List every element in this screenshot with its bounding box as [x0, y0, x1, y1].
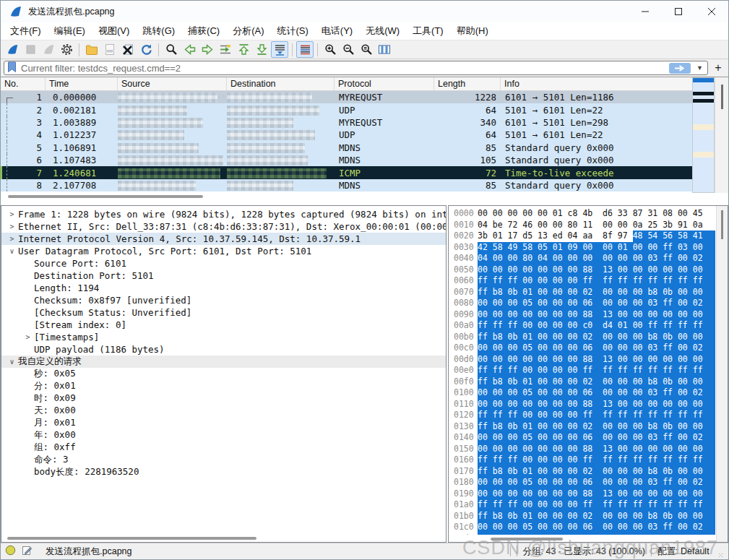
hex-row[interactable]: 0070ff b8 0b 01 00 00 00 02 00 00 00 b8 … [449, 287, 715, 298]
detail-line[interactable]: 组: 0xff [1, 441, 446, 454]
expanded-expander-icon[interactable]: ∨ [6, 358, 18, 366]
menu-item[interactable]: 分析(A) [226, 22, 270, 40]
detail-line[interactable]: ∨User Datagram Protocol, Src Port: 6101,… [1, 245, 446, 257]
packet-list-horizontal-scrollbar[interactable] [8, 195, 203, 198]
menu-item[interactable]: 无线(W) [359, 22, 406, 40]
add-filter-button[interactable]: + [711, 61, 725, 74]
detail-line[interactable]: Destination Port: 5101 [1, 270, 446, 282]
resize-grip[interactable]: ⁙ [718, 551, 724, 559]
menu-item[interactable]: 编辑(E) [48, 22, 92, 40]
menu-item[interactable]: 电话(Y) [315, 22, 359, 40]
start-capture-icon[interactable] [4, 41, 21, 58]
detail-line[interactable]: Checksum: 0x8f97 [unverified] [1, 294, 446, 306]
bytes-vertical-scrollbar[interactable] [716, 206, 728, 542]
go-last-packet-icon[interactable] [253, 41, 270, 58]
detail-line[interactable]: UDP payload (1186 bytes) [1, 343, 446, 356]
close-button[interactable] [695, 1, 728, 22]
open-file-icon[interactable] [83, 41, 100, 58]
packet-row[interactable]: 61.107483MDNS105Standard query 0x000 [1, 154, 693, 166]
hex-row[interactable]: 0130ff b8 0b 01 00 00 00 02 00 00 00 b8 … [449, 421, 715, 433]
hex-row[interactable]: 005000 00 00 00 00 00 00 88 13 00 00 00 … [449, 264, 715, 276]
packet-row[interactable]: 51.106891MDNS85Standard query 0x000 [1, 142, 693, 154]
capture-options-icon[interactable] [58, 41, 75, 58]
go-to-packet-icon[interactable] [217, 41, 234, 58]
detail-line[interactable]: >Frame 1: 1228 bytes on wire (9824 bits)… [1, 208, 446, 220]
go-back-icon[interactable] [181, 41, 198, 58]
hex-row[interactable]: 010000 00 00 05 00 00 00 06 00 00 00 03 … [449, 387, 715, 399]
packet-row[interactable]: 20.002181UDP645101 → 6101 Len=22 [1, 103, 693, 116]
hex-row[interactable]: 019000 00 00 00 00 00 00 88 13 00 00 00 … [449, 488, 715, 500]
collapsed-expander-icon[interactable]: > [6, 235, 18, 243]
close-file-icon[interactable] [119, 41, 137, 58]
column-header-destination[interactable]: Destination [227, 77, 335, 90]
packet-row[interactable]: 41.012237UDP645101 → 6101 Len=22 [1, 129, 693, 141]
hex-row[interactable]: 0170ff b8 0b 01 00 00 00 02 00 00 00 b8 … [449, 466, 715, 478]
column-header-no[interactable]: No. [1, 77, 46, 90]
zoom-out-icon[interactable] [340, 41, 357, 58]
detail-line[interactable]: [Stream index: 0] [1, 319, 446, 331]
hex-row[interactable]: 011000 00 00 00 00 00 00 88 13 00 00 00 … [449, 399, 715, 410]
detail-line[interactable]: >[Timestamps] [1, 331, 446, 343]
colorize-icon[interactable] [296, 41, 314, 58]
details-horizontal-scrollbar[interactable] [7, 537, 256, 540]
hex-row[interactable]: 00e0ff ff ff 00 00 00 00 ff ff ff ff ff … [449, 365, 715, 376]
filter-dropdown-icon[interactable]: ▼ [695, 64, 704, 72]
collapsed-expander-icon[interactable]: > [6, 223, 18, 231]
hex-row[interactable]: 0120ff ff ff 00 00 00 00 ff ff ff ff ff … [449, 410, 715, 421]
packet-row[interactable]: 31.003889MYREQUST3406101 → 5101 Len=298 [1, 116, 693, 129]
intelligent-scrollbar-minimap[interactable] [692, 77, 715, 193]
hex-row[interactable]: 00f0ff b8 0b 01 00 00 00 02 00 00 00 b8 … [449, 376, 715, 388]
filter-bookmark-icon[interactable] [7, 61, 17, 75]
detail-line[interactable]: body长度: 2281963520 [1, 466, 446, 478]
menu-item[interactable]: 工具(T) [406, 22, 450, 40]
zoom-in-icon[interactable] [322, 41, 339, 58]
detail-line[interactable]: 年: 0x00 [1, 429, 446, 441]
hex-row[interactable]: 01a0ff ff ff 00 00 00 00 ff ff ff ff ff … [449, 499, 715, 511]
detail-line[interactable]: 时: 0x09 [1, 392, 446, 405]
packet-row[interactable]: 82.107708MDNS85Standard query 0x000 [1, 179, 693, 191]
column-header-length[interactable]: Length [434, 77, 501, 90]
apply-filter-icon[interactable] [669, 63, 691, 74]
menu-item[interactable]: 跳转(G) [136, 22, 181, 40]
hex-row[interactable]: 008000 00 00 05 00 00 00 06 00 00 00 03 … [449, 298, 715, 309]
packet-row[interactable]: 71.240681ICMP72Time-to-live exceede [1, 166, 693, 178]
detail-line[interactable]: [Checksum Status: Unverified] [1, 306, 446, 319]
hex-row[interactable]: 004004 00 00 80 04 00 00 00 00 00 00 03 … [449, 253, 715, 264]
display-filter-input[interactable]: Current filter: testdcs_request.cmd==2 ▼ [4, 61, 708, 75]
column-header-time[interactable]: Time [46, 77, 118, 90]
reload-file-icon[interactable] [137, 41, 155, 58]
detail-line[interactable]: >Internet Protocol Version 4, Src: 10.37… [1, 233, 446, 245]
stop-capture-icon[interactable] [22, 41, 39, 58]
hex-row[interactable]: 014000 00 00 05 00 00 00 06 00 00 00 03 … [449, 432, 715, 444]
expanded-expander-icon[interactable]: ∨ [6, 247, 18, 255]
detail-line[interactable]: ∨我自定义的请求 [1, 356, 446, 368]
hex-row[interactable]: 0160ff ff ff 00 00 00 00 ff ff ff ff ff … [449, 455, 715, 466]
resize-columns-icon[interactable] [376, 41, 393, 58]
detail-line[interactable]: 天: 0x00 [1, 405, 446, 417]
hex-row[interactable]: 00d000 00 00 00 00 00 00 88 13 00 00 00 … [449, 354, 715, 366]
hex-row[interactable]: 01d000 00 00 00 00 00 00 88 13 00 00 00 … [449, 533, 715, 535]
detail-line[interactable]: Length: 1194 [1, 282, 446, 294]
find-packet-icon[interactable] [163, 41, 180, 58]
packet-list-vertical-scrollbar[interactable] [715, 77, 728, 193]
hex-row[interactable]: 01b0ff b8 0b 01 00 00 00 02 00 00 00 b8 … [449, 511, 715, 522]
bytes-horizontal-scrollbar[interactable] [491, 538, 563, 540]
hex-row[interactable]: 018000 00 00 05 00 00 00 06 00 00 00 03 … [449, 477, 715, 488]
collapsed-expander-icon[interactable]: > [6, 210, 18, 218]
restart-capture-icon[interactable] [40, 41, 57, 58]
detail-line[interactable]: 月: 0x01 [1, 417, 446, 429]
detail-line[interactable]: 秒: 0x05 [1, 368, 446, 380]
column-header-source[interactable]: Source [118, 77, 227, 90]
zoom-reset-icon[interactable] [358, 41, 375, 58]
hex-row[interactable]: 009000 00 00 00 00 00 00 88 13 00 00 00 … [449, 309, 715, 321]
hex-row[interactable]: 003042 58 49 58 05 01 09 00 00 01 00 00 … [449, 242, 715, 254]
packet-row[interactable]: 10.000000MYREQUST12286101 → 5101 Len=118… [1, 91, 693, 103]
go-first-packet-icon[interactable] [235, 41, 252, 58]
auto-scroll-icon[interactable] [271, 41, 288, 58]
maximize-button[interactable] [662, 1, 695, 22]
hex-row[interactable]: 01c000 00 00 05 00 00 00 06 00 00 00 03 … [449, 522, 715, 533]
menu-item[interactable]: 捕获(C) [181, 22, 226, 40]
hex-row[interactable]: 00c000 00 00 05 00 00 00 06 00 00 00 03 … [449, 343, 715, 354]
status-profile[interactable]: 配置: Default [657, 546, 709, 558]
detail-line[interactable]: >Ethernet II, Src: Dell_33:87:31 (c8:4b:… [1, 220, 446, 233]
